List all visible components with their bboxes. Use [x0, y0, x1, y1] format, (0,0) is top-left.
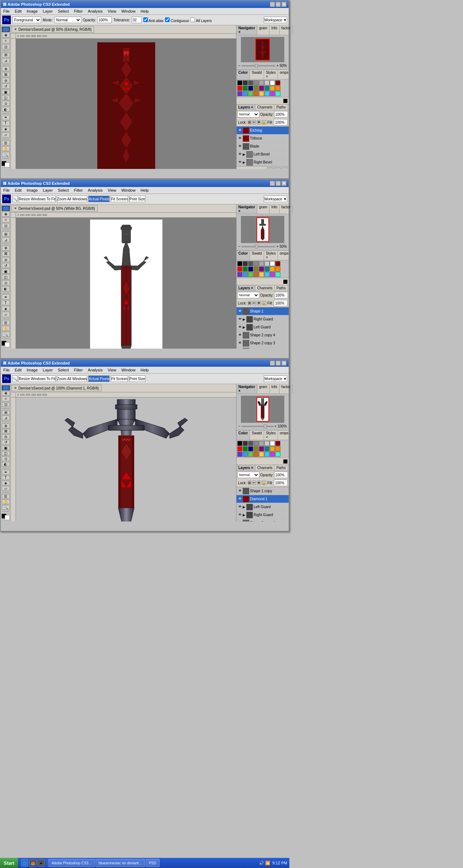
swatch3-13[interactable]	[264, 446, 269, 451]
zoom-all-btn-3[interactable]: Zoom All Windows	[57, 375, 87, 382]
zoom-plus-1[interactable]: +	[276, 64, 279, 68]
swatch-8[interactable]	[237, 86, 242, 91]
bg-color-3[interactable]	[5, 515, 10, 520]
tool-crop-1[interactable]: ⊞	[2, 52, 10, 58]
tool-heal-2[interactable]: ⊕	[2, 246, 10, 251]
layer-row-s2c4[interactable]: 👁 Shape 2 copy 4	[237, 331, 289, 339]
menu-image-2[interactable]: Image	[26, 188, 39, 193]
layer-opacity-1[interactable]	[274, 111, 288, 118]
menu-select-3[interactable]: Select	[57, 367, 70, 373]
factor-tab-2[interactable]: factor	[280, 204, 289, 214]
swatch3-18[interactable]	[248, 452, 253, 457]
menu-help-2[interactable]: Help	[140, 188, 150, 193]
layer-row-s2c4b[interactable]: 👁 Shape 2 copy 4	[237, 519, 289, 522]
swatch-10[interactable]	[248, 86, 253, 91]
layer-opacity-2[interactable]	[274, 292, 288, 298]
swatch3-7[interactable]	[275, 441, 280, 446]
tool-lasso-2[interactable]: ⌗	[2, 217, 10, 222]
layer-row-leftguard2[interactable]: 👁 ▶ Left Guard	[237, 323, 289, 331]
anti-alias-check-1[interactable]: Anti-alias	[143, 17, 163, 23]
swatch2-18[interactable]	[248, 272, 253, 277]
layer-row-s2c2[interactable]: 👁 Shape 2 copy 2	[237, 347, 289, 349]
info-tab-3[interactable]: Info	[269, 384, 280, 393]
swatch3-4[interactable]	[259, 441, 264, 446]
swatch2-16[interactable]	[237, 272, 242, 277]
doc-tab-1[interactable]: ✕ Demise'sSword.psd @ 50% (Etching, RGB/…	[12, 26, 94, 33]
contiguous-check-1[interactable]: Contiguous	[165, 17, 189, 23]
layer-expand-rightbevel[interactable]: ▶	[243, 161, 245, 164]
menu-view-2[interactable]: View	[107, 188, 118, 193]
search-input-2[interactable]: 🔍	[12, 196, 17, 202]
swatch-18[interactable]	[248, 91, 253, 96]
swatch-11[interactable]	[254, 86, 259, 91]
swatch-3[interactable]	[254, 80, 259, 85]
lock-2c[interactable]: ✥	[257, 301, 261, 305]
swatch3-19[interactable]	[254, 452, 259, 457]
swatch3-0[interactable]	[237, 441, 242, 446]
swatch-6[interactable]	[270, 80, 275, 85]
doc-tab-close-2[interactable]: ✕	[14, 207, 17, 210]
menu-window-2[interactable]: Window	[120, 188, 136, 193]
tolerance-input-1[interactable]	[132, 17, 142, 23]
swatch2-7[interactable]	[275, 261, 280, 266]
fit-screen-btn-3[interactable]: Fit Screen	[111, 375, 128, 382]
swatch-1[interactable]	[243, 80, 248, 85]
menu-help-3[interactable]: Help	[140, 367, 150, 373]
menu-analysis-1[interactable]: Analysis	[87, 9, 104, 14]
tool-blur-3[interactable]: ⊙	[2, 456, 10, 461]
swatch3-21[interactable]	[264, 452, 269, 457]
tool-pen-3[interactable]: ✒	[2, 470, 10, 475]
lock-position-1[interactable]: ✥	[257, 120, 261, 124]
close-btn-3[interactable]: ✕	[281, 361, 286, 366]
tool-heal-3[interactable]: ⊕	[2, 424, 10, 428]
canvas-viewport-1[interactable]	[16, 39, 236, 169]
tool-eyedropper-2[interactable]: ⊿	[2, 237, 10, 242]
tool-text-1[interactable]: T	[2, 121, 10, 126]
doc-tab-close-3[interactable]: ✕	[14, 386, 17, 390]
lock-3a[interactable]: ⊠	[248, 481, 251, 485]
tool-brush-3[interactable]: ⌘	[2, 429, 10, 434]
tool-stamp-1[interactable]: ⊖	[2, 78, 10, 83]
zoom-slider-2[interactable]	[242, 246, 275, 247]
layer-opacity-3[interactable]	[274, 472, 288, 478]
layer-eye-etching[interactable]: 👁	[238, 128, 242, 133]
swatch2-10[interactable]	[248, 267, 253, 272]
layer-row-lg3[interactable]: 👁 ▶ Left Guard	[237, 503, 289, 511]
menu-view-1[interactable]: View	[107, 9, 118, 14]
layer-eye-leftguard2[interactable]: 👁	[238, 325, 242, 329]
tool-move-1[interactable]: ✥	[2, 33, 10, 38]
tool-hand-2[interactable]: ✋	[2, 326, 10, 331]
menu-view-3[interactable]: View	[107, 367, 118, 373]
styles-tab-2[interactable]: Styles ×	[264, 251, 278, 260]
layer-eye-lg3[interactable]: 👁	[238, 505, 242, 509]
swatd-tab-1[interactable]: Swatd	[250, 70, 264, 79]
swatch-20[interactable]	[259, 91, 264, 96]
resize-windows-btn-2[interactable]: Resize Windows To Fit	[18, 196, 56, 202]
layer-row-shape1[interactable]: 👁 Shape 1	[237, 307, 289, 315]
swatch3-8[interactable]	[237, 446, 242, 451]
lock-2b[interactable]: ✏	[252, 301, 256, 305]
swatd-tab-2[interactable]: Swatd	[250, 251, 264, 260]
layer-eye-s2c3[interactable]: 👁	[238, 341, 242, 345]
menu-filter-1[interactable]: Filter	[73, 9, 84, 14]
layer-expand-rightguard2[interactable]: ▶	[243, 318, 245, 321]
tool-history-2[interactable]: ↺	[2, 263, 10, 268]
color-tab-3[interactable]: Color	[237, 430, 250, 440]
swatch3-9[interactable]	[243, 446, 248, 451]
swatch2-12[interactable]	[259, 267, 264, 272]
zoom-plus-3[interactable]: +	[275, 424, 277, 428]
channels-tab-3[interactable]: Channels	[255, 465, 275, 471]
zoom-minus-1[interactable]: −	[238, 64, 241, 68]
active-color-2[interactable]	[283, 280, 288, 284]
tool-zoom-3[interactable]: 🔍	[2, 505, 10, 510]
tool-shape-2[interactable]: ▱	[2, 312, 10, 317]
tool-shape-1[interactable]: ▱	[2, 132, 10, 137]
menu-edit-2[interactable]: Edit	[14, 188, 23, 193]
zoom-slider-1[interactable]	[242, 65, 275, 67]
swatch-12[interactable]	[259, 86, 264, 91]
resize-windows-btn-3[interactable]: Resize Windows To Fit	[18, 375, 56, 382]
maximize-btn-2[interactable]: □	[276, 181, 281, 186]
maximize-btn-1[interactable]: □	[276, 2, 281, 7]
swatch3-14[interactable]	[270, 446, 275, 451]
tool-crop-3[interactable]: ⊞	[2, 410, 10, 415]
